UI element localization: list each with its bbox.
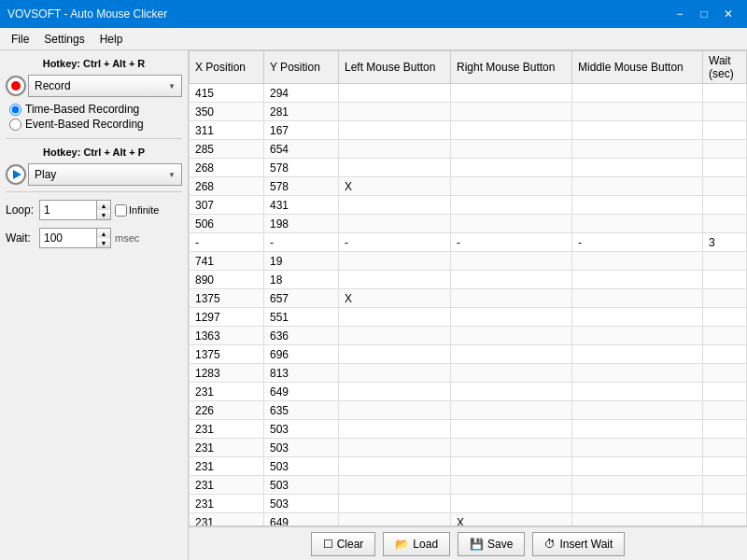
cell-mmb [572,271,703,289]
table-row[interactable]: 226635 [190,401,747,420]
cell-lmb: X [339,177,451,196]
play-button[interactable] [6,164,26,185]
cell-wait [703,439,747,457]
cell-lmb [339,457,451,476]
loop-input[interactable] [40,201,96,219]
infinite-check-wrapper: Infinite [115,204,159,217]
cell-lmb [339,383,451,401]
table-row[interactable]: 506198 [190,215,747,233]
cell-x: 231 [190,476,264,495]
cell-lmb [339,364,451,383]
table-row[interactable]: -----3 [190,233,747,252]
cell-y: 294 [264,84,339,103]
cell-wait [703,495,747,513]
load-button[interactable]: 📂 Load [383,532,450,556]
record-button[interactable] [6,76,26,96]
save-button[interactable]: 💾 Save [458,532,525,556]
cell-wait [703,401,747,420]
cell-lmb [339,140,451,159]
wait-spin-down[interactable]: ▼ [97,238,110,247]
cell-y: 654 [264,140,339,159]
cell-lmb [339,513,451,527]
menu-file[interactable]: File [4,31,36,48]
insert-wait-label: Insert Wait [559,538,613,551]
cell-y: 431 [264,196,339,215]
table-row[interactable]: 415294 [190,84,747,103]
infinite-checkbox[interactable] [115,204,127,217]
time-based-radio-row[interactable]: Time-Based Recording [9,103,178,116]
time-based-label: Time-Based Recording [25,103,139,116]
loop-spin-up[interactable]: ▲ [97,201,110,210]
table-row[interactable]: 231503 [190,457,747,476]
menu-settings[interactable]: Settings [36,31,92,48]
table-row[interactable]: 268578X [190,177,747,196]
cell-rmb [451,420,572,439]
insert-wait-button[interactable]: ⏱ Insert Wait [532,532,625,556]
menu-help[interactable]: Help [92,31,131,48]
table-row[interactable]: 268578 [190,159,747,177]
cell-wait [703,121,747,140]
cell-x: 1375 [190,345,264,364]
table-container[interactable]: X Position Y Position Left Mouse Button … [189,50,747,526]
table-row[interactable]: 1375696 [190,345,747,364]
menu-bar: File Settings Help [0,28,747,50]
table-row[interactable]: 231503 [190,439,747,457]
table-row[interactable]: 285654 [190,140,747,159]
table-row[interactable]: 74119 [190,252,747,271]
cell-x: 506 [190,215,264,233]
table-row[interactable]: 1363636 [190,327,747,345]
table-row[interactable]: 350281 [190,103,747,121]
cell-rmb [451,327,572,345]
cell-lmb [339,495,451,513]
cell-y: 18 [264,271,339,289]
dropdown-arrow-icon: ▼ [168,82,176,91]
loop-spinner: ▲ ▼ [96,201,110,219]
table-row[interactable]: 1297551 [190,308,747,327]
wait-input[interactable] [40,229,96,247]
cell-y: 813 [264,364,339,383]
table-row[interactable]: 311167 [190,121,747,140]
minimize-button[interactable]: − [669,3,691,25]
event-based-radio-row[interactable]: Event-Based Recording [9,118,178,131]
table-row[interactable]: 231649X [190,513,747,527]
clear-button[interactable]: ☐ Clear [311,532,376,556]
title-bar: VOVSOFT - Auto Mouse Clicker − □ ✕ [0,0,747,28]
table-row[interactable]: 231503 [190,476,747,495]
cell-y: 578 [264,159,339,177]
record-dropdown-button[interactable]: Record ▼ [28,75,182,97]
cell-x: 311 [190,121,264,140]
cell-y: 19 [264,252,339,271]
table-row[interactable]: 231503 [190,495,747,513]
cell-lmb [339,121,451,140]
cell-rmb [451,84,572,103]
close-button[interactable]: ✕ [717,3,740,25]
table-row[interactable]: 307431 [190,196,747,215]
loop-input-wrapper: ▲ ▼ [39,200,111,220]
cell-rmb: - [451,233,572,252]
cell-x: 307 [190,196,264,215]
wait-spinner: ▲ ▼ [96,229,110,247]
table-row[interactable]: 1283813 [190,364,747,383]
maximize-button[interactable]: □ [693,3,715,25]
cell-lmb [339,196,451,215]
cell-lmb [339,159,451,177]
cell-wait [703,383,747,401]
table-row[interactable]: 231503 [190,420,747,439]
play-dropdown-button[interactable]: Play ▼ [28,163,182,186]
event-based-radio[interactable] [9,119,21,131]
cell-lmb: X [339,289,451,308]
loop-spin-down[interactable]: ▼ [97,210,110,219]
cell-rmb [451,196,572,215]
cell-wait [703,84,747,103]
event-based-label: Event-Based Recording [25,118,144,131]
table-row[interactable]: 89018 [190,271,747,289]
time-based-radio[interactable] [9,104,21,116]
wait-spin-up[interactable]: ▲ [97,229,110,238]
table-row[interactable]: 231649 [190,383,747,401]
cell-wait [703,476,747,495]
cell-lmb [339,215,451,233]
table-row[interactable]: 1375657X [190,289,747,308]
save-icon: 💾 [470,538,484,551]
table-header-row: X Position Y Position Left Mouse Button … [190,51,747,84]
cell-rmb [451,159,572,177]
